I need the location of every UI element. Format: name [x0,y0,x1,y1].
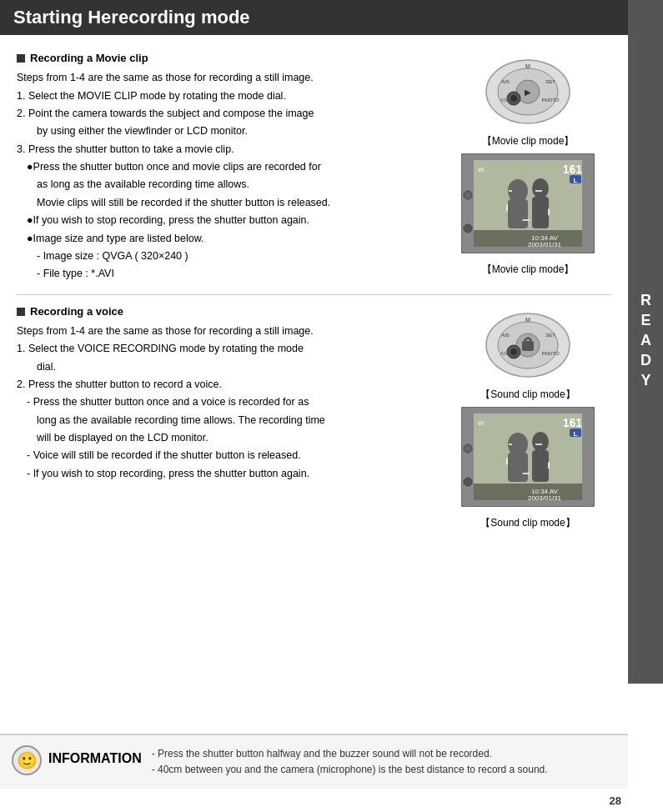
movie-clip-heading-label: Recording a Movie clip [30,50,148,67]
voice-bullet-1c: will be displayed on the LCD monitor. [17,430,431,446]
svg-text:W: W [478,166,485,173]
page-title: Starting Herecording mode [13,7,250,28]
movie-step-3: 3. Press the shutter button to take a mo… [17,142,431,158]
svg-rect-17 [532,197,549,228]
sound-lcd-container: 161 L W T 10:34 AV 2003/01/31 [461,407,595,509]
voice-bullet-1b: long as the available recording time all… [17,413,431,429]
voice-step-1: 1. Select the VOICE RECORDING mode by ro… [17,341,431,357]
svg-point-38 [510,348,517,355]
svg-text:W: W [478,419,485,427]
page-header: Starting Herecording mode [0,0,663,35]
voice-step-1b: dial. [17,359,431,375]
voice-bullet-2: - Voice will still be recorded if the sh… [17,448,431,464]
bullet-icon-2 [17,308,25,316]
voice-step-0: Steps from 1-4 are the same as those for… [17,323,431,339]
page-number: 28 [610,794,621,807]
sound-dial-container: M SET A/S PHOTO ASY [482,303,574,381]
svg-text:SET: SET [545,79,555,84]
svg-text:L: L [574,177,578,184]
movie-bullet-2: ●If you wish to stop recording, press th… [17,213,431,228]
svg-point-45 [532,432,549,452]
movie-dial-svg: M SET A/S PHOTO ASY ▶ [482,50,574,125]
svg-point-9 [510,95,517,102]
sound-lcd-label: 【Sound clip mode】 [480,516,575,530]
svg-text:2003/01/31: 2003/01/31 [528,494,562,502]
svg-point-16 [532,178,549,198]
movie-bullet-3: ●Image size and type are listed below. [17,231,431,247]
info-lines: - Press the shutter button halfway and t… [152,746,548,778]
svg-text:A/S: A/S [501,333,510,338]
movie-size: - Image size : QVGA ( 320×240 ) [17,248,431,264]
main-content: Recording a Movie clip Steps from 1-4 ar… [0,35,628,549]
movie-clip-images: M SET A/S PHOTO ASY ▶ 【Movie clip mode】 [445,50,611,284]
svg-point-57 [464,478,472,486]
svg-rect-39 [522,341,534,351]
movie-bullet-1b: as long as the available recording time … [17,177,431,193]
voice-heading: Recording a voice [17,303,431,320]
bullet-icon [17,54,25,63]
movie-bullet-1: ●Press the shutter button once and movie… [17,159,431,175]
ready-sidebar: READY [628,0,663,684]
voice-images: M SET A/S PHOTO ASY 【Sound clip mode】 [445,303,611,530]
svg-text:M: M [525,63,530,69]
movie-lcd-container: 161 L W T 10:34 AV 2003/01/31 [461,153,595,256]
svg-text:A/S: A/S [501,79,510,84]
voice-text: Recording a voice Steps from 1-4 are the… [17,303,431,530]
movie-step-0: Steps from 1-4 are the same as those for… [17,70,431,86]
info-icon: 🙂 [12,745,42,775]
movie-clip-section: Recording a Movie clip Steps from 1-4 ar… [17,50,611,284]
svg-text:L: L [574,430,578,438]
voice-bullet-3: - If you wish to stop recording, press t… [17,466,431,482]
svg-text:▶: ▶ [525,88,531,97]
svg-text:PHOTO: PHOTO [541,98,560,103]
sound-lcd-svg: 161 L W T 10:34 AV 2003/01/31 [461,407,595,507]
movie-clip-text: Recording a Movie clip Steps from 1-4 ar… [17,50,431,284]
movie-dial-container: M SET A/S PHOTO ASY ▶ [482,50,574,128]
movie-bullet-1c: Movie clips will still be recorded if th… [17,195,431,211]
svg-text:PHOTO: PHOTO [541,351,560,356]
svg-text:T: T [570,419,574,427]
svg-rect-46 [532,450,549,482]
svg-point-27 [464,191,472,199]
info-line-2: - 40cm between you and the camera (micro… [152,762,548,778]
voice-bullet-1: - Press the shutter button once and a vo… [17,394,431,410]
info-line-1: - Press the shutter button halfway and t… [152,746,548,762]
svg-point-56 [464,444,472,453]
movie-step-1: 1. Select the MOVIE CLIP mode by rotatin… [17,88,431,104]
svg-text:T: T [570,166,574,173]
sound-dial-svg: M SET A/S PHOTO ASY [482,303,574,378]
movie-step-2: 2. Point the camera towards the subject … [17,106,431,122]
section-divider [17,294,611,295]
movie-clip-heading: Recording a Movie clip [17,50,431,67]
voice-section: Recording a voice Steps from 1-4 are the… [17,303,611,530]
movie-dial-label: 【Movie clip mode】 [482,134,575,148]
movie-lcd-label: 【Movie clip mode】 [482,263,575,277]
voice-step-2: 2. Press the shutter button to record a … [17,377,431,393]
svg-text:SET: SET [545,333,555,338]
information-box: 🙂 INFORMATION - Press the shutter button… [0,734,628,789]
movie-step-2b: by using either the viewfinder or LCD mo… [17,123,431,139]
svg-rect-15 [508,199,528,228]
voice-heading-label: Recording a voice [30,303,123,320]
svg-text:M: M [525,317,530,323]
svg-rect-44 [508,453,528,482]
svg-text:2003/01/31: 2003/01/31 [528,241,562,248]
info-label: INFORMATION [48,751,142,766]
ready-text: READY [635,292,655,392]
info-smiley: 🙂 [17,750,38,770]
svg-point-28 [464,224,472,233]
sound-dial-label: 【Sound clip mode】 [480,388,575,402]
movie-filetype: - File type : *.AVI [17,266,431,282]
movie-lcd-svg: 161 L W T 10:34 AV 2003/01/31 [461,153,595,253]
